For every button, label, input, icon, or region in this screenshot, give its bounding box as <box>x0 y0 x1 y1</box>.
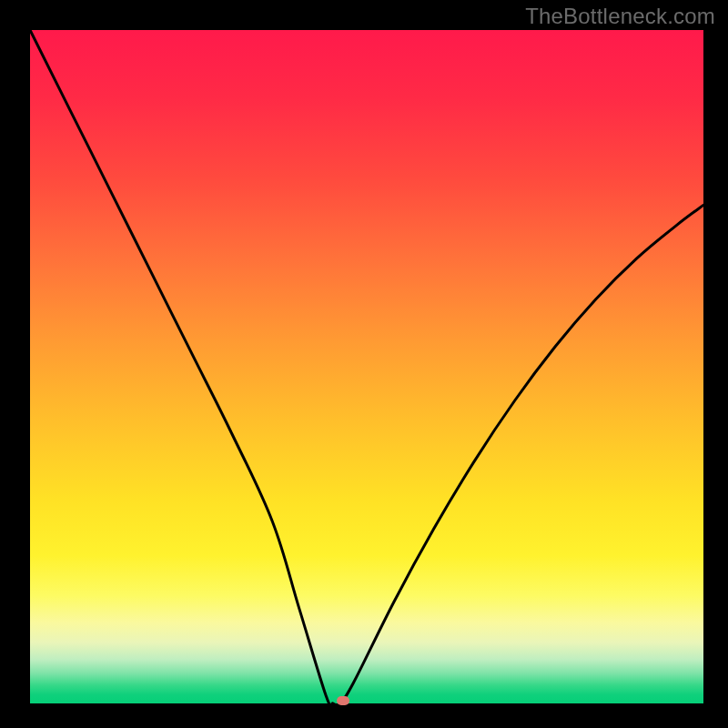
chart-frame: TheBottleneck.com <box>0 0 728 728</box>
vertex-marker <box>337 696 349 705</box>
plot-area <box>27 27 706 706</box>
bottleneck-curve <box>30 30 703 706</box>
watermark-text: TheBottleneck.com <box>525 4 715 29</box>
curve-svg <box>30 30 703 703</box>
